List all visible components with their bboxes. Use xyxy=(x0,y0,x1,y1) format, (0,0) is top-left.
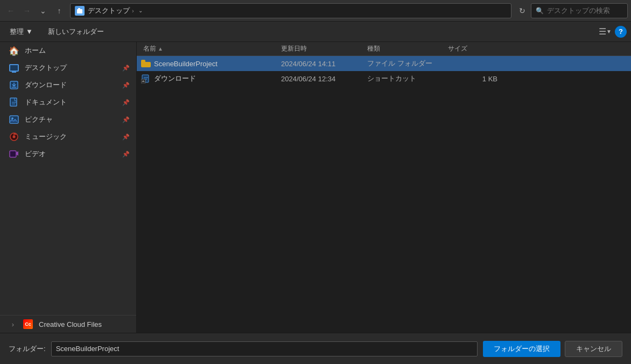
sidebar-item-video[interactable]: ビデオ 📌 xyxy=(0,145,136,163)
file-row-scene-builder[interactable]: SceneBuilderProject 2024/06/24 14:11 ファイ… xyxy=(137,56,631,71)
recent-button[interactable]: ⌄ xyxy=(36,3,51,18)
nav-bar: ← → ⌄ ↑ 名前 デスクトップ › ⌄ ↻ xyxy=(0,0,631,22)
file-name-1: ダウンロード xyxy=(154,74,196,83)
refresh-button[interactable]: ↻ xyxy=(515,3,530,18)
forward-icon: → xyxy=(23,6,31,15)
back-button[interactable]: ← xyxy=(3,3,18,18)
search-box: 🔍 xyxy=(531,3,628,18)
sidebar-pictures-pin: 📌 xyxy=(122,116,130,123)
column-headers: 名前 ▲ 更新日時 種類 サイズ xyxy=(137,42,631,56)
back-icon: ← xyxy=(7,6,15,15)
refresh-icon: ↻ xyxy=(519,6,525,15)
sidebar-music-pin: 📌 xyxy=(122,134,130,141)
file-name-0: SceneBuilderProject xyxy=(154,60,218,68)
folder-input[interactable] xyxy=(51,341,478,356)
sidebar: 🏠 ホーム デスクトップ 📌 xyxy=(0,42,137,333)
file-row-download[interactable]: ダウンロード 2024/06/24 12:34 ショートカット 1 KB xyxy=(137,71,631,86)
col-header-type[interactable]: 種類 xyxy=(367,44,448,53)
file-name-cell-1: ダウンロード xyxy=(141,74,281,83)
desktop-icon xyxy=(9,62,19,73)
organize-button[interactable]: 整理 ▼ xyxy=(4,25,38,39)
shortcut-icon-1 xyxy=(141,74,151,83)
pictures-icon xyxy=(9,114,19,125)
sidebar-item-documents[interactable]: ドキュメント 📌 xyxy=(0,94,136,111)
sidebar-desktop-label: デスクトップ xyxy=(25,63,117,73)
sidebar-item-music[interactable]: ミュージック 📌 xyxy=(0,128,136,145)
sidebar-item-download[interactable]: ダウンロード 📌 xyxy=(0,76,136,94)
sidebar-documents-label: ドキュメント xyxy=(25,97,117,107)
svg-rect-1 xyxy=(78,8,80,10)
svg-rect-10 xyxy=(10,151,16,157)
cancel-button[interactable]: キャンセル xyxy=(565,341,622,357)
address-desktop: デスクトップ xyxy=(88,6,130,16)
sidebar-item-desktop[interactable]: デスクトップ 📌 xyxy=(0,59,136,76)
svg-point-7 xyxy=(11,117,13,120)
address-bar[interactable]: 名前 デスクトップ › ⌄ xyxy=(70,3,511,18)
main-content: 🏠 ホーム デスクトップ 📌 xyxy=(0,42,631,333)
sidebar-item-creative-cloud[interactable]: › Cc Creative Cloud Files xyxy=(0,316,136,333)
forward-button[interactable]: → xyxy=(19,3,34,18)
home-icon: 🏠 xyxy=(9,45,19,56)
recent-icon: ⌄ xyxy=(40,6,46,15)
col-header-name[interactable]: 名前 ▲ xyxy=(141,44,281,53)
sidebar-download-label: ダウンロード xyxy=(25,80,117,90)
file-date-0: 2024/06/24 14:11 xyxy=(281,60,367,68)
new-folder-button[interactable]: 新しいフォルダー xyxy=(43,25,109,39)
search-input[interactable] xyxy=(547,6,617,15)
new-folder-label: 新しいフォルダー xyxy=(48,27,104,37)
bottom-buttons: フォルダーの選択 キャンセル xyxy=(483,341,622,357)
up-icon: ↑ xyxy=(58,6,61,15)
bottom-bar: フォルダー: フォルダーの選択 キャンセル xyxy=(0,333,631,364)
expand-icon[interactable]: › xyxy=(9,316,17,333)
folder-icon-0 xyxy=(141,59,151,68)
location-icon xyxy=(75,6,85,16)
svg-rect-6 xyxy=(10,116,18,123)
organize-label: 整理 xyxy=(10,27,24,37)
file-type-1: ショートカット xyxy=(367,74,448,83)
sidebar-spacer xyxy=(0,163,136,315)
file-date-1: 2024/06/24 12:34 xyxy=(281,75,367,83)
sidebar-bottom: › Cc Creative Cloud Files xyxy=(0,315,136,333)
address-dropdown-button[interactable]: ⌄ xyxy=(134,3,147,18)
view-arrow: ▼ xyxy=(606,29,612,34)
search-icon: 🔍 xyxy=(536,7,544,15)
music-icon xyxy=(9,131,19,142)
view-icon: ☰ xyxy=(599,26,606,37)
col-header-date[interactable]: 更新日時 xyxy=(281,44,367,53)
sidebar-cc-label: Creative Cloud Files xyxy=(39,320,130,328)
sidebar-video-label: ビデオ xyxy=(25,149,117,159)
toolbar-right: ☰ ▼ ? xyxy=(598,25,627,39)
col-type-label: 種類 xyxy=(367,44,380,53)
sidebar-pictures-label: ピクチャ xyxy=(25,115,117,124)
select-folder-button[interactable]: フォルダーの選択 xyxy=(483,341,560,357)
help-icon: ? xyxy=(619,27,623,36)
sidebar-music-label: ミュージック xyxy=(25,132,117,142)
sidebar-item-pictures[interactable]: ピクチャ 📌 xyxy=(0,111,136,128)
sidebar-video-pin: 📌 xyxy=(122,151,130,158)
file-name-cell-0: SceneBuilderProject xyxy=(141,59,281,68)
file-list: SceneBuilderProject 2024/06/24 14:11 ファイ… xyxy=(137,56,631,333)
creative-cloud-icon: Cc xyxy=(23,319,33,330)
sidebar-desktop-pin: 📌 xyxy=(122,65,130,72)
sidebar-home-label: ホーム xyxy=(25,46,130,55)
video-icon xyxy=(9,149,19,159)
file-dialog: ← → ⌄ ↑ 名前 デスクトップ › ⌄ ↻ xyxy=(0,0,631,364)
col-date-label: 更新日時 xyxy=(281,44,307,53)
file-area: 名前 ▲ 更新日時 種類 サイズ xyxy=(137,42,631,333)
documents-icon xyxy=(9,97,19,108)
view-button[interactable]: ☰ ▼ xyxy=(598,25,613,39)
folder-label: フォルダー: xyxy=(9,344,46,354)
address-path: 名前 デスクトップ › xyxy=(88,6,134,16)
organize-arrow: ▼ xyxy=(26,27,33,36)
up-button[interactable]: ↑ xyxy=(52,3,67,18)
file-size-1: 1 KB xyxy=(448,75,502,83)
sidebar-item-home[interactable]: 🏠 ホーム xyxy=(0,42,136,59)
svg-rect-0 xyxy=(77,9,82,13)
sort-arrow-icon: ▲ xyxy=(158,46,163,52)
file-type-0: ファイル フォルダー xyxy=(367,59,448,68)
help-button[interactable]: ? xyxy=(615,26,627,38)
download-icon xyxy=(9,80,19,90)
sidebar-download-pin: 📌 xyxy=(122,82,130,89)
col-size-label: サイズ xyxy=(448,44,467,53)
col-header-size[interactable]: サイズ xyxy=(448,44,502,53)
